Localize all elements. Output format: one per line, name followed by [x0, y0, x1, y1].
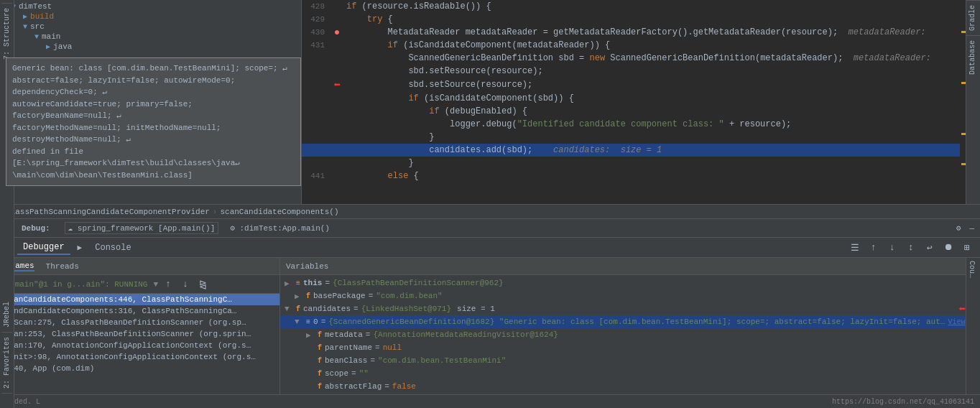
- toolbar-icon-updown[interactable]: ↕: [904, 241, 918, 255]
- variables-panel: Variables ▶ ≡ this = {ClassPathBeanDefin…: [280, 258, 980, 394]
- thread-down[interactable]: ↓: [178, 277, 193, 292]
- favorites-tab[interactable]: 2: Favorites: [1, 333, 12, 394]
- frame-item-7[interactable]: f440, App (com.dim): [0, 363, 279, 374]
- toolbar-icon-grid[interactable]: ⊞: [960, 241, 974, 255]
- database-tab[interactable]: Database: [966, 35, 980, 79]
- tree-item-src[interactable]: ▼ src: [0, 22, 301, 32]
- thread-up[interactable]: ↑: [161, 277, 175, 292]
- var-name-parentname: parentName: [325, 343, 372, 352]
- frame-item-5[interactable]: scan:170, AnnotationConfigApplicationCon…: [0, 340, 279, 351]
- var-item-parentname[interactable]: f parentName = null: [280, 341, 980, 354]
- tooltip-line-1: Generic bean: class [com.dim.bean.TestBe…: [12, 62, 295, 75]
- frame-name-2: findCandidateComponents:316, ClassPathSc…: [4, 307, 236, 315]
- code-line-close1: }: [302, 131, 966, 144]
- toolbar-icon-down[interactable]: ↓: [885, 241, 900, 255]
- count-tab[interactable]: Cou…: [966, 258, 977, 281]
- threads-tab[interactable]: Threads: [46, 262, 79, 271]
- debugger-tab[interactable]: Debugger: [17, 241, 70, 255]
- var-value-basepackage: "com.dim.bean": [376, 292, 442, 300]
- code-line-logger: logger.debug("Identified candidate compo…: [302, 118, 966, 131]
- var-name-beanclass: beanClass: [325, 356, 367, 365]
- status-url: https://blog.csdn.net/qq_41063141: [832, 398, 974, 406]
- toolbar-icon-record[interactable]: ⏺: [941, 241, 956, 255]
- code-line-close2: }: [302, 157, 966, 170]
- debug-panel: ▶ ⏸ ⬜ Debug: ☁ spring_framework [App.mai…: [0, 219, 980, 394]
- var-item-basepackage[interactable]: ▶ f basePackage = "com.dim.bean": [280, 289, 980, 302]
- code-line-431: 431 if (isCandidateComponent(metadataRea…: [302, 39, 966, 52]
- frame-item-6[interactable]: <init>:98, AnnotationConfigApplicationCo…: [0, 351, 279, 363]
- thread-filter[interactable]: ⧎: [195, 277, 210, 292]
- var-icon-abstractflag: f: [318, 383, 322, 391]
- var-icon-0: ≡: [306, 318, 310, 326]
- debug-title: Debug:: [22, 224, 50, 233]
- scroll-marker-3: [961, 133, 966, 135]
- frame-item-1[interactable]: scanCandidateComponents:446, ClassPathSc…: [0, 294, 279, 305]
- var-item-metadata[interactable]: ▶ f metadata = {AnnotationMetadataReadin…: [280, 328, 980, 341]
- breadcrumb-part2: scanCandidateComponents(): [220, 208, 338, 216]
- breadcrumb-bar: ClassPathScanningCandidateComponentProvi…: [0, 204, 980, 219]
- console-tab[interactable]: Console: [89, 241, 137, 254]
- var-link-view[interactable]: View: [948, 318, 965, 326]
- settings-icon[interactable]: ⚙: [956, 223, 961, 233]
- tooltip-line-4: factoryMethodName=null; initMethodName=n…: [12, 122, 295, 146]
- var-item-beanclass[interactable]: f beanClass = "com.dim.bean.TestBeanMini…: [280, 354, 980, 367]
- toolbar-icon-return[interactable]: ↩: [923, 241, 937, 255]
- minimize-icon[interactable]: —: [969, 224, 974, 233]
- frame-item-2[interactable]: findCandidateComponents:316, ClassPathSc…: [0, 305, 279, 317]
- scroll-marker-4: [961, 163, 966, 165]
- console-icon: ▶: [75, 243, 85, 252]
- var-item-this[interactable]: ▶ ≡ this = {ClassPathBeanDefinitionScann…: [280, 277, 980, 289]
- var-expand-this[interactable]: ▶: [285, 279, 293, 288]
- toolbar-icon-up[interactable]: ↑: [866, 241, 881, 255]
- frame-item-3[interactable]: doScan:275, ClassPathBeanDefinitionScann…: [0, 317, 279, 328]
- tree-item-build[interactable]: ▶ build: [0, 11, 301, 22]
- var-item-candidates[interactable]: ▼ f candidates = {LinkedHashSet@971} siz…: [280, 302, 980, 315]
- var-item-abstractflag[interactable]: f abstractFlag = false: [280, 380, 980, 393]
- var-expand-0[interactable]: ▼: [295, 317, 303, 326]
- session-2[interactable]: ⚙ :dimTest:App.main(): [227, 223, 333, 233]
- gradle-tab[interactable]: Gradle: [966, 0, 980, 35]
- frame-item-4[interactable]: scan:253, ClassPathBeanDefinitionScanner…: [0, 328, 279, 340]
- breadcrumb-sep: ›: [213, 208, 218, 216]
- scroll-marker-1: [961, 31, 966, 33]
- var-value-parentname: null: [383, 343, 402, 352]
- var-value-scope: "": [359, 369, 369, 378]
- structure-tab[interactable]: 7: Structure: [1, 3, 12, 64]
- breadcrumb-part1: ClassPathScanningCandidateComponentProvi…: [6, 208, 210, 216]
- thread-name: "main"@1 in g...ain": RUNNING: [10, 280, 147, 289]
- var-name-metadata: metadata: [325, 330, 363, 339]
- jrebel-tab[interactable]: JRebel: [1, 297, 12, 333]
- var-expand-candidates[interactable]: ▼: [285, 305, 293, 313]
- var-tree: ▶ ≡ this = {ClassPathBeanDefinitionScann…: [280, 275, 980, 394]
- variables-title: Variables: [286, 262, 328, 271]
- scrollbar[interactable]: [960, 0, 966, 204]
- tree-item-java[interactable]: ▶ java: [0, 42, 301, 52]
- var-item-0[interactable]: ▼ ≡ 0 = {ScannedGenericBeanDefinition@16…: [280, 315, 980, 328]
- tooltip-line-3: autowireCandidate=true; primary=false; f…: [12, 98, 295, 122]
- frames-panel: Frames Threads ✓ "main"@1 in g...ain": R…: [0, 258, 280, 394]
- session-1[interactable]: ☁ spring_framework [App.main()]: [65, 222, 219, 234]
- var-icon-scope: f: [318, 370, 322, 378]
- var-size-candidates: size = 1: [457, 305, 495, 313]
- frames-header: Frames Threads: [0, 258, 279, 275]
- var-expand-basepackage[interactable]: ▶: [295, 292, 303, 301]
- code-line-430: 430 ● MetadataReader metadataReader = ge…: [302, 26, 966, 39]
- frame-name-3: doScan:275, ClassPathBeanDefinitionScann…: [4, 318, 246, 327]
- var-icon-beanclass: f: [318, 357, 322, 365]
- var-expand-metadata[interactable]: ▶: [306, 330, 315, 340]
- var-name-this: this: [303, 279, 322, 287]
- thread-dropdown[interactable]: ▼: [153, 280, 158, 289]
- var-name-scope: scope: [325, 369, 348, 378]
- code-line-428: 428 if (resource.isReadable()) {: [302, 0, 966, 13]
- toolbar-icon-list[interactable]: ☰: [848, 241, 862, 255]
- var-item-scope[interactable]: f scope = "": [280, 367, 980, 380]
- var-icon-this: ≡: [296, 279, 300, 287]
- right-sidebar-tabs: Gradle Database: [966, 0, 980, 204]
- code-line-setresource: sbd.setResource(resource);: [302, 65, 966, 78]
- tree-item-dimtest[interactable]: ▼ dimTest: [0, 1, 301, 11]
- tree-item-main[interactable]: ▼ main: [0, 32, 301, 42]
- code-line-441: 441 else {: [302, 170, 966, 182]
- code-line-ifcandidate: if (isCandidateComponent(sbd)) {: [302, 92, 966, 105]
- debug-content: Frames Threads ✓ "main"@1 in g...ain": R…: [0, 258, 980, 394]
- frame-name-4: scan:253, ClassPathBeanDefinitionScanner…: [4, 330, 251, 338]
